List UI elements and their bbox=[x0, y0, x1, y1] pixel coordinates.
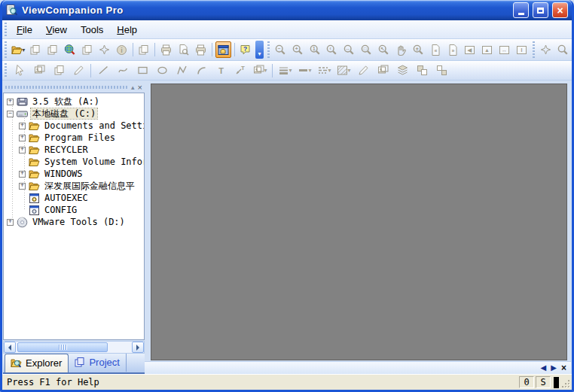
next-document-button[interactable]: ▶ bbox=[551, 364, 557, 372]
titlebar: ViewCompanion Pro × bbox=[2, 0, 572, 20]
copy-button bbox=[136, 41, 151, 58]
collapse-icon[interactable]: − bbox=[7, 111, 14, 117]
close-document-button[interactable]: × bbox=[561, 363, 566, 372]
tree-item-label[interactable]: AUTOEXEC bbox=[43, 193, 90, 203]
menu-help[interactable]: Help bbox=[110, 22, 144, 38]
print-icon bbox=[160, 44, 173, 56]
folder-icon bbox=[28, 132, 41, 144]
zoom-previous-button: ‹ bbox=[324, 41, 340, 58]
menu-file[interactable]: File bbox=[10, 22, 39, 38]
minimize-icon bbox=[518, 13, 524, 15]
toolbar-grip[interactable] bbox=[532, 41, 535, 58]
expand-icon[interactable]: + bbox=[19, 183, 26, 190]
panel-drag-handle[interactable] bbox=[5, 86, 128, 89]
tab-project[interactable]: Project bbox=[69, 354, 126, 372]
zoom-out-button: − bbox=[273, 41, 289, 58]
folder-tree: +3.5 软盘 (A:)−本地磁盘 (C:)+Documents and Set… bbox=[3, 93, 145, 340]
expand-icon[interactable]: + bbox=[19, 147, 26, 153]
measure-button bbox=[96, 41, 112, 58]
file-info-icon: i bbox=[115, 44, 128, 56]
print-button bbox=[158, 41, 174, 58]
tree-item-label[interactable]: VMware Tools (D:) bbox=[31, 217, 127, 227]
tree-horizontal-scrollbar[interactable] bbox=[3, 341, 145, 354]
tree-item-label[interactable]: 深发展国际金融信息平 bbox=[43, 181, 136, 191]
close-icon: × bbox=[557, 5, 563, 16]
group-button bbox=[413, 62, 431, 79]
hatch-pattern-button: ▾ bbox=[334, 62, 353, 79]
menu-tools[interactable]: Tools bbox=[74, 22, 110, 38]
tree-item[interactable]: +3.5 软盘 (A:) bbox=[4, 96, 144, 108]
fit-width-button: ↔ bbox=[496, 41, 512, 58]
zoom-dynamic-icon: ± bbox=[412, 44, 425, 56]
copy-markup-icon bbox=[53, 64, 66, 77]
toolbar-overflow-button[interactable]: ▾ bbox=[255, 41, 263, 59]
resize-grip[interactable] bbox=[560, 378, 572, 390]
tree-item-label[interactable]: 3.5 软盘 (A:) bbox=[31, 96, 101, 107]
close-button[interactable]: × bbox=[552, 2, 568, 18]
svg-text:−: − bbox=[278, 46, 281, 51]
svg-text:◀: ◀ bbox=[467, 47, 472, 53]
next-page-icon: » bbox=[447, 44, 460, 56]
toolbar-grip[interactable] bbox=[4, 41, 7, 58]
leader-tool-button: T bbox=[231, 62, 249, 79]
website-icon bbox=[63, 44, 76, 56]
toolbar-grip[interactable] bbox=[4, 63, 8, 77]
right-arrow-icon bbox=[136, 345, 142, 351]
previous-document-button[interactable]: ◀ bbox=[541, 364, 547, 372]
website-button[interactable] bbox=[62, 41, 78, 58]
drawing-canvas[interactable] bbox=[151, 84, 567, 360]
expand-icon[interactable]: + bbox=[19, 123, 26, 129]
svg-text:I: I bbox=[521, 47, 523, 53]
tree-item[interactable]: +VMware Tools (D:) bbox=[4, 216, 144, 228]
help-button[interactable]: ? bbox=[237, 41, 253, 58]
toolbar-grip[interactable] bbox=[267, 41, 270, 58]
line-style-button: ▾ bbox=[295, 62, 313, 79]
cdrom-icon bbox=[16, 216, 29, 228]
expand-icon[interactable]: + bbox=[7, 99, 14, 105]
explorer-panel: ▴ × +3.5 软盘 (A:)−本地磁盘 (C:)+Documents and… bbox=[3, 82, 145, 374]
sysfile-icon bbox=[28, 192, 41, 204]
ungroup-button bbox=[432, 62, 450, 79]
minimize-button[interactable] bbox=[513, 2, 529, 18]
tab-explorer[interactable]: Explorer bbox=[5, 354, 69, 372]
tree-item-label[interactable]: CONFIG bbox=[43, 205, 78, 215]
scroll-left-button[interactable] bbox=[4, 342, 16, 353]
panel-collapse-button[interactable]: ▴ bbox=[131, 84, 135, 91]
status-bar: Press F1 for Help 0 S bbox=[2, 374, 572, 390]
stamp-files-icon bbox=[81, 44, 93, 56]
tree-item-label[interactable]: WINDOWS bbox=[43, 169, 84, 179]
layers-icon bbox=[396, 64, 409, 77]
toolbar-separator bbox=[272, 64, 273, 77]
dash-pattern-dropdown-icon[interactable]: ▾ bbox=[328, 67, 331, 74]
previous-page-icon: « bbox=[429, 44, 442, 56]
hatch-pattern-dropdown-icon[interactable]: ▾ bbox=[347, 67, 350, 74]
tree-item-label[interactable]: 本地磁盘 (C:) bbox=[31, 108, 97, 119]
expand-icon[interactable]: + bbox=[19, 135, 26, 141]
tree-item-label[interactable]: System Volume Infor bbox=[43, 156, 145, 167]
scrollbar-thumb[interactable] bbox=[17, 342, 108, 352]
line-style-dropdown-icon[interactable]: ▾ bbox=[308, 67, 311, 74]
arc-tool-button bbox=[192, 62, 210, 79]
expand-icon[interactable]: + bbox=[19, 171, 26, 178]
print-setup-button bbox=[193, 41, 209, 58]
open-dropdown-icon[interactable]: ▾ bbox=[22, 47, 25, 53]
print-preview-icon bbox=[177, 44, 190, 56]
tree-item-label[interactable]: RECYCLER bbox=[43, 144, 90, 155]
tree-item-label[interactable]: Documents and Setti bbox=[43, 120, 145, 131]
maximize-button[interactable] bbox=[533, 2, 548, 18]
line-width-dropdown-icon[interactable]: ▾ bbox=[289, 67, 292, 74]
explorer-toggle-icon bbox=[217, 44, 230, 56]
scroll-right-button[interactable] bbox=[132, 342, 144, 353]
svg-text:‹: ‹ bbox=[330, 46, 331, 51]
markup-list-button bbox=[30, 62, 48, 79]
fit-height-icon: ▲ bbox=[481, 44, 493, 56]
tree-item-label[interactable]: Program Files bbox=[43, 132, 117, 143]
menu-view[interactable]: View bbox=[39, 22, 74, 38]
stamp-tool-dropdown-icon[interactable]: ▾ bbox=[264, 67, 267, 74]
rectangle-tool-icon bbox=[136, 64, 149, 77]
menubar-grip[interactable] bbox=[4, 23, 8, 36]
explorer-toggle-button[interactable] bbox=[215, 41, 231, 58]
open-button[interactable]: ▾ bbox=[10, 41, 26, 58]
expand-icon[interactable]: + bbox=[7, 219, 14, 226]
panel-close-button[interactable]: × bbox=[138, 84, 142, 92]
